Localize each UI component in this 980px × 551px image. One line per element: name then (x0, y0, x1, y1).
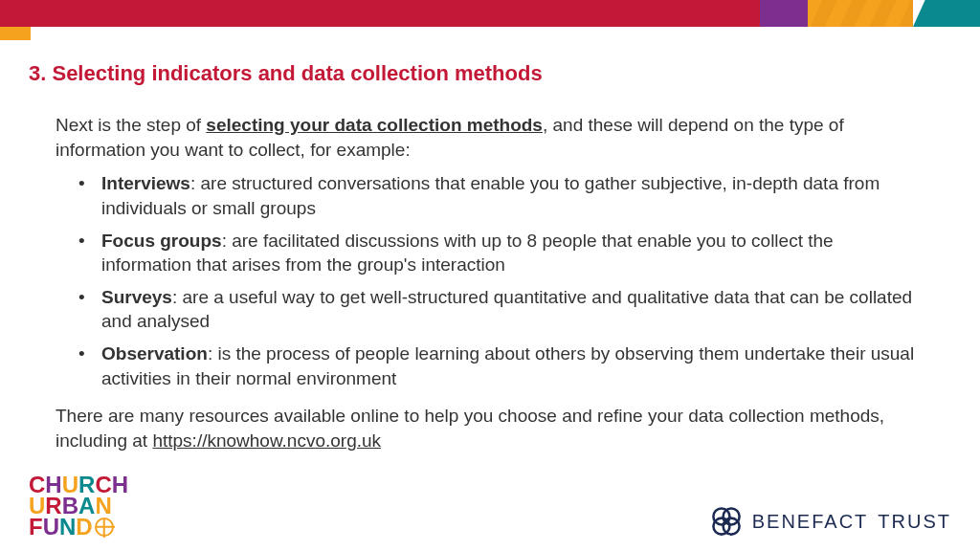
method-desc: : are structured conversations that enab… (101, 173, 880, 218)
method-term: Focus groups (101, 231, 222, 251)
method-term: Observation (101, 343, 208, 364)
logo-letter: F (29, 517, 43, 538)
method-desc: : are a useful way to get well-structure… (101, 287, 912, 332)
intro-paragraph: Next is the step of selecting your data … (56, 113, 924, 162)
logo-letter: N (95, 496, 111, 517)
list-item: Interviews: are structured conversations… (96, 171, 924, 220)
bar-segment-purple (760, 0, 808, 27)
benefact-word2: TRUST (878, 511, 951, 533)
logo-letter: H (112, 474, 128, 496)
logo-letter: D (76, 517, 92, 538)
benefact-trust-logo: BENEFACT TRUST (710, 505, 951, 538)
resource-link[interactable]: https://knowhow.ncvo.org.uk (152, 430, 381, 451)
slide-content: 3. Selecting indicators and data collect… (0, 27, 980, 453)
body-text: Next is the step of selecting your data … (29, 113, 951, 453)
method-term: Interviews (101, 173, 190, 193)
method-desc: : is the process of people learning abou… (101, 343, 914, 388)
logo-letter: N (59, 517, 76, 538)
bar-segment-teal (913, 0, 980, 27)
outro-paragraph: There are many resources available onlin… (56, 404, 924, 452)
logo-row-3: FUND (29, 517, 128, 538)
bar-segment-red (0, 0, 760, 27)
intro-underline: selecting your data collection methods (206, 115, 543, 135)
benefact-knot-icon (710, 505, 743, 538)
method-term: Surveys (101, 287, 172, 307)
footer: CHURCH URBAN FUND BENEFACT TRUST (0, 474, 980, 538)
list-item: Focus groups: are facilitated discussion… (96, 229, 924, 277)
church-urban-fund-logo: CHURCH URBAN FUND (29, 474, 128, 538)
methods-list: Interviews: are structured conversations… (56, 171, 924, 390)
svg-point-3 (723, 518, 739, 535)
benefact-word1: BENEFACT (752, 511, 869, 533)
bar-accent (0, 27, 31, 40)
logo-letter: U (43, 517, 59, 538)
list-item: Surveys: are a useful way to get well-st… (96, 285, 924, 334)
decorative-top-bar (0, 0, 980, 27)
slide-heading: 3. Selecting indicators and data collect… (29, 61, 951, 86)
intro-pre: Next is the step of (56, 115, 206, 135)
bar-segment-orange (808, 0, 913, 27)
list-item: Observation: is the process of people le… (96, 342, 924, 390)
globe-icon (95, 518, 114, 537)
